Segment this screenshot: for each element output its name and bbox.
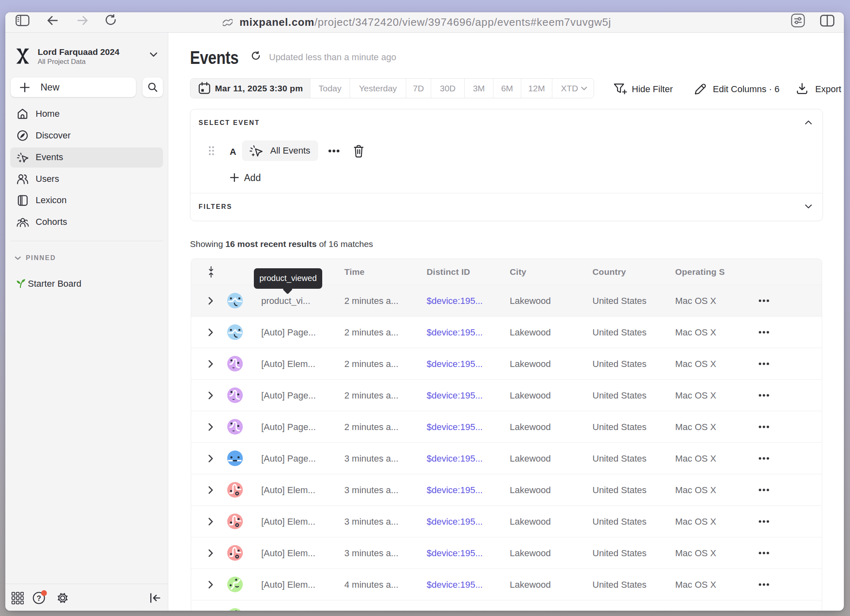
svg-text:?: ?: [37, 594, 41, 602]
